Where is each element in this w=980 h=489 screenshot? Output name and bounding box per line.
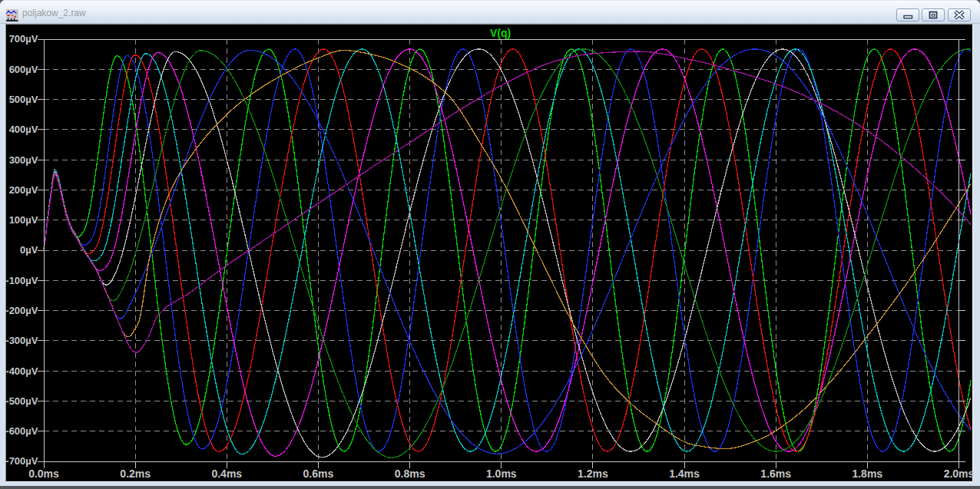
svg-text:400µV: 400µV [9, 124, 38, 135]
svg-text:300µV: 300µV [9, 154, 38, 166]
svg-text:0.2ms: 0.2ms [120, 468, 151, 480]
svg-text:0µV: 0µV [20, 244, 38, 256]
svg-text:500µV: 500µV [9, 94, 38, 105]
svg-text:V(q): V(q) [490, 27, 511, 39]
svg-text:-700µV: -700µV [5, 455, 38, 467]
svg-text:600µV: 600µV [9, 64, 38, 75]
svg-text:0.6ms: 0.6ms [303, 468, 334, 480]
svg-text:-400µV: -400µV [5, 365, 38, 377]
svg-text:0.4ms: 0.4ms [211, 468, 242, 480]
svg-text:1.2ms: 1.2ms [578, 468, 608, 480]
svg-text:2.0ms: 2.0ms [944, 468, 975, 480]
svg-text:1.8ms: 1.8ms [852, 468, 882, 480]
svg-text:100µV: 100µV [9, 214, 38, 226]
svg-text:-600µV: -600µV [5, 425, 38, 437]
svg-text:0.8ms: 0.8ms [395, 468, 425, 480]
svg-text:-500µV: -500µV [5, 395, 38, 407]
svg-text:1.0ms: 1.0ms [486, 468, 517, 480]
svg-text:-300µV: -300µV [5, 335, 38, 346]
svg-text:700µV: 700µV [9, 33, 38, 45]
svg-text:0.0ms: 0.0ms [28, 468, 59, 480]
svg-text:-100µV: -100µV [5, 275, 38, 286]
svg-text:1.4ms: 1.4ms [669, 468, 700, 480]
svg-text:-200µV: -200µV [5, 305, 38, 316]
svg-text:1.6ms: 1.6ms [760, 468, 791, 480]
svg-text:200µV: 200µV [9, 184, 38, 196]
